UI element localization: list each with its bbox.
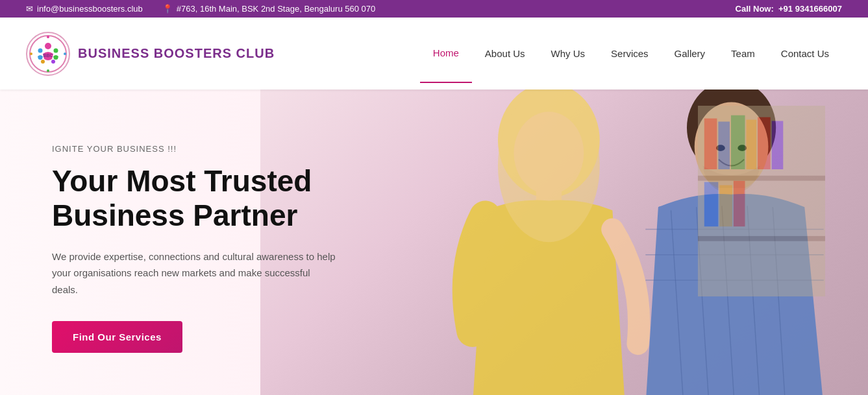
svg-rect-39: [698, 235, 825, 241]
address-text: #763, 16th Main, BSK 2nd Stage, Bengalur…: [177, 4, 375, 14]
svg-point-4: [41, 60, 45, 64]
svg-text:BBC: BBC: [43, 53, 53, 58]
top-bar-email: ✉ info@businessboosters.club: [26, 4, 143, 14]
logo-svg: BBC: [29, 34, 68, 73]
email-icon: ✉: [26, 4, 33, 14]
svg-point-2: [38, 48, 43, 53]
top-bar: ✉ info@businessboosters.club 📍 #763, 16t…: [0, 0, 868, 18]
hero-content: IGNITE YOUR BUSINESS !!! Your Most Trust…: [0, 105, 377, 392]
nav-contact[interactable]: Contact Us: [768, 25, 842, 82]
hero-title-line2: Business Partner: [52, 198, 297, 232]
hero-subtitle: IGNITE YOUR BUSINESS !!!: [52, 144, 338, 154]
logo-area: BBC BUSINESS BOOSTERS CLUB: [26, 32, 275, 76]
hero-description: We provide expertise, connections and cu…: [52, 248, 338, 298]
nav-team[interactable]: Team: [718, 25, 768, 82]
nav-services[interactable]: Services: [598, 25, 662, 82]
hero-title-line1: Your Most Trusted: [52, 164, 312, 198]
main-nav: Home About Us Why Us Services Gallery Te…: [420, 24, 842, 83]
svg-point-10: [30, 53, 32, 55]
top-bar-address: 📍 #763, 16th Main, BSK 2nd Stage, Bengal…: [162, 4, 375, 14]
logo-circle: BBC: [26, 32, 70, 76]
phone-number: +91 9341666007: [778, 4, 842, 14]
svg-rect-34: [772, 121, 784, 169]
nav-gallery[interactable]: Gallery: [662, 25, 719, 82]
svg-point-9: [47, 69, 49, 72]
email-text: info@businessboosters.club: [37, 4, 143, 14]
hero-section: IGNITE YOUR BUSINESS !!! Your Most Trust…: [0, 90, 868, 395]
bookshelf-svg: [686, 106, 837, 296]
svg-point-5: [51, 60, 55, 64]
svg-rect-29: [704, 118, 717, 169]
nav-why-us[interactable]: Why Us: [538, 25, 599, 82]
top-bar-phone: Call Now: +91 9341666007: [736, 4, 842, 14]
svg-rect-36: [720, 185, 733, 226]
svg-rect-33: [758, 117, 771, 169]
svg-rect-32: [747, 119, 757, 169]
svg-rect-38: [698, 175, 825, 180]
call-label: Call Now:: [736, 4, 774, 14]
svg-rect-31: [731, 115, 745, 169]
logo-text: BUSINESS BOOSTERS CLUB: [78, 46, 275, 61]
svg-rect-30: [719, 121, 730, 169]
svg-point-8: [64, 53, 66, 55]
svg-rect-37: [734, 180, 745, 226]
top-bar-left: ✉ info@businessboosters.club 📍 #763, 16t…: [26, 4, 375, 14]
find-services-button[interactable]: Find Our Services: [52, 321, 182, 353]
svg-rect-35: [704, 182, 719, 226]
svg-point-7: [47, 36, 49, 38]
nav-home[interactable]: Home: [420, 24, 472, 83]
nav-about[interactable]: About Us: [472, 25, 538, 82]
svg-point-1: [45, 43, 51, 49]
svg-point-3: [54, 48, 58, 53]
pin-icon: 📍: [162, 4, 173, 14]
hero-title: Your Most Trusted Business Partner: [52, 164, 338, 233]
header: BBC BUSINESS BOOSTERS CLUB Home About Us…: [0, 18, 868, 90]
svg-point-14: [498, 90, 600, 242]
